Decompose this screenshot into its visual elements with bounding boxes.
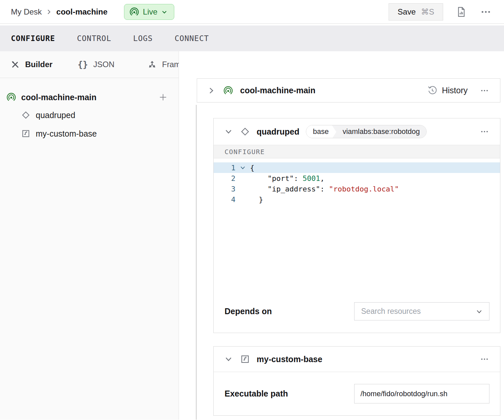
executable-path-label: Executable path [225, 389, 288, 399]
chevron-down-icon [476, 308, 483, 315]
code-editor[interactable]: 1{2 "port": 5001,3 "ip_address": "robotd… [214, 158, 500, 205]
machine-report-button[interactable] [455, 5, 468, 19]
mode-json[interactable]: {} JSON [78, 60, 114, 69]
history-clock-icon [427, 86, 437, 96]
tree-root-label: cool-machine-main [21, 93, 97, 102]
module-icon [21, 129, 30, 138]
component-model: viamlabs:base:robotdog [341, 125, 427, 138]
ellipsis-icon [480, 89, 489, 92]
breadcrumb-separator-icon [46, 9, 52, 15]
machine-menu-button[interactable] [480, 9, 492, 15]
my-custom-base-header: my-custom-base [214, 347, 500, 372]
quadruped-component-card: quadruped base viamlabs:base:robotdog CO… [213, 118, 500, 333]
broadcast-icon [7, 93, 16, 102]
resource-tree: cool-machine-main quadruped my-custom-ba… [0, 78, 179, 143]
mode-json-label: JSON [93, 60, 114, 69]
code-line-2[interactable]: 2 "port": 5001, [214, 173, 500, 184]
add-resource-button[interactable] [159, 93, 167, 102]
code-text: } [250, 195, 263, 204]
ellipsis-icon [481, 10, 491, 14]
mode-builder[interactable]: Builder [11, 60, 53, 69]
save-button[interactable]: Save ⌘S [389, 3, 443, 21]
chevron-right-icon[interactable] [207, 86, 216, 95]
code-line-4[interactable]: 4 } [214, 194, 500, 205]
executable-path-input[interactable] [354, 384, 489, 403]
chevron-down-icon[interactable] [224, 355, 233, 363]
component-type: base [306, 125, 332, 138]
code-line-3[interactable]: 3 "ip_address": "robotdog.local" [214, 184, 500, 194]
tools-icon [11, 60, 20, 69]
tree-item-my-custom-base[interactable]: my-custom-base [0, 124, 179, 143]
app-header: My Desk cool-machine Live Save ⌘S [0, 0, 504, 24]
live-label: Live [143, 7, 157, 17]
document-chart-icon [456, 7, 466, 17]
machine-part-menu-button[interactable] [479, 88, 490, 93]
tree-child-label: quadruped [36, 110, 75, 120]
history-button[interactable]: History [427, 86, 468, 96]
search-resources-placeholder: Search resources [361, 307, 421, 316]
my-custom-base-card: my-custom-base Executable path [213, 346, 500, 416]
live-status-dropdown[interactable]: Live [124, 4, 174, 20]
configure-sidebar: Builder {} JSON Frame [0, 51, 179, 420]
configure-main-panel: cool-machine-main History [179, 51, 504, 420]
quadruped-menu-button[interactable] [479, 129, 490, 134]
code-text: { [250, 164, 254, 172]
code-text: "port": 5001, [250, 174, 324, 183]
module-icon [240, 354, 250, 364]
broadcast-icon [224, 86, 233, 95]
save-label: Save [398, 7, 416, 17]
breadcrumb-root[interactable]: My Desk [11, 7, 42, 17]
tree-item-quadruped[interactable]: quadruped [0, 106, 179, 124]
badge-divider [332, 125, 341, 138]
ellipsis-icon [480, 130, 489, 133]
tab-logs[interactable]: LOGS [133, 34, 153, 43]
component-type-model-badge: base viamlabs:base:robotdog [306, 125, 427, 138]
tree-child-label: my-custom-base [36, 129, 97, 139]
configure-section-bar: CONFIGURE [214, 145, 500, 158]
configure-section-label: CONFIGURE [225, 148, 265, 156]
code-line-1[interactable]: 1{ [214, 162, 500, 173]
line-number: 2 [214, 174, 235, 183]
line-number: 1 [214, 164, 235, 172]
diamond-icon [240, 127, 250, 137]
diamond-icon [21, 110, 30, 120]
code-text: "ip_address": "robotdog.local" [250, 185, 399, 193]
ellipsis-icon [480, 358, 489, 360]
depends-resource-select[interactable]: Search resources [354, 302, 489, 320]
machine-part-card: cool-machine-main History [197, 78, 500, 103]
tree-connector-line [196, 105, 197, 420]
frame-axes-icon [147, 60, 157, 69]
my-custom-base-body: Executable path [214, 372, 500, 415]
chevron-down-icon [161, 9, 167, 15]
chevron-down-icon[interactable] [224, 127, 233, 136]
quadruped-card-header: quadruped base viamlabs:base:robotdog [214, 118, 500, 145]
my-custom-base-title: my-custom-base [257, 355, 322, 364]
history-label: History [442, 86, 468, 95]
config-mode-switcher: Builder {} JSON Frame [0, 51, 179, 78]
machine-part-title: cool-machine-main [240, 86, 315, 95]
mode-builder-label: Builder [25, 60, 53, 69]
depends-on-label: Depends on [225, 307, 272, 316]
fold-chevron-icon[interactable] [235, 165, 250, 171]
breadcrumb-current: cool-machine [56, 7, 107, 17]
line-number: 4 [214, 195, 235, 204]
save-shortcut: ⌘S [421, 7, 434, 17]
breadcrumb: My Desk cool-machine [11, 7, 107, 17]
machine-tab-bar: CONFIGURE CONTROL LOGS CONNECT [0, 25, 504, 51]
depends-on-row: Depends on Search resources [214, 302, 500, 320]
tree-item-cool-machine-main[interactable]: cool-machine-main [0, 89, 179, 106]
my-custom-base-menu-button[interactable] [479, 357, 490, 362]
braces-icon: {} [78, 60, 88, 69]
line-number: 3 [214, 185, 235, 193]
tab-connect[interactable]: CONNECT [175, 34, 209, 43]
tab-configure[interactable]: CONFIGURE [11, 34, 55, 43]
broadcast-icon [130, 7, 139, 17]
tab-control[interactable]: CONTROL [77, 34, 111, 43]
quadruped-title: quadruped [257, 127, 299, 137]
